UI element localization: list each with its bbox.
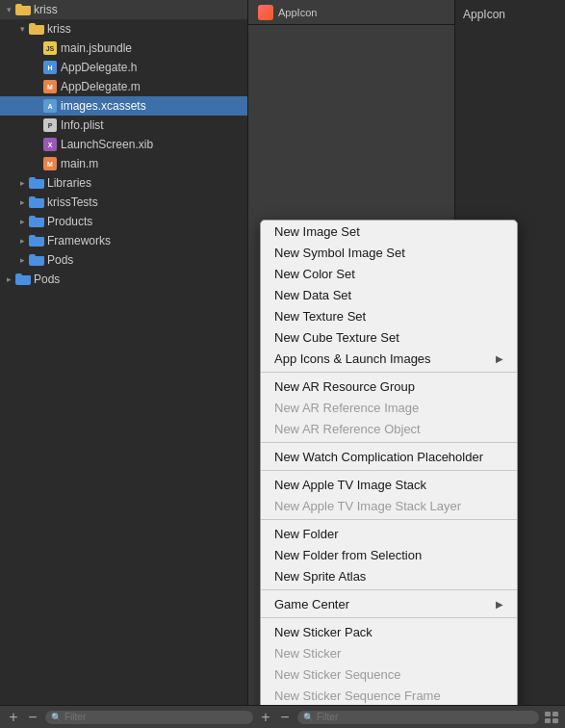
tree-item-main-jsbundle[interactable]: JS main.jsbundle: [0, 39, 247, 58]
expand-arrow: [15, 195, 29, 209]
menu-item-label: New AR Reference Object: [274, 422, 421, 436]
menu-item-new-sticker-pack[interactable]: New Sticker Pack: [261, 621, 517, 642]
tree-item-label: Pods: [47, 253, 247, 267]
tree-item-appdelegate-m[interactable]: M AppDelegate.m: [0, 77, 247, 96]
menu-item-new-watch-complication[interactable]: New Watch Complication Placeholder: [261, 446, 517, 467]
menu-item-new-color-set[interactable]: New Color Set: [261, 263, 517, 284]
tree-item-label: AppDelegate.m: [61, 80, 247, 93]
menu-item-new-cube-texture-set[interactable]: New Cube Texture Set: [261, 326, 517, 348]
expand-arrow: [15, 253, 29, 267]
menu-item-label: New Apple TV Image Stack Layer: [274, 499, 461, 513]
menu-separator-3: [261, 470, 517, 471]
menu-item-label: Game Center: [274, 597, 349, 611]
asset-header: AppIcon: [248, 0, 454, 25]
filter-input-right[interactable]: [317, 712, 533, 722]
filter-icon-left: 🔍: [51, 713, 62, 722]
tree-item-kriss-group[interactable]: kriss: [0, 19, 247, 39]
expand-arrow: [29, 99, 42, 113]
menu-item-label: New Sticker Sequence Frame: [274, 689, 441, 703]
menu-item-new-sticker-sequence-frame: New Sticker Sequence Frame: [261, 685, 517, 705]
menu-separator-4: [261, 519, 517, 520]
menu-item-new-sprite-atlas[interactable]: New Sprite Atlas: [261, 565, 517, 586]
filter-box-right[interactable]: 🔍: [296, 710, 540, 725]
tree-item-pods-item[interactable]: Pods: [0, 270, 247, 289]
expand-arrow: [29, 118, 42, 132]
menu-item-new-data-set[interactable]: New Data Set: [261, 284, 517, 305]
tree-item-products[interactable]: Products: [0, 212, 247, 231]
menu-item-new-image-set[interactable]: New Image Set: [261, 221, 517, 242]
tree-item-label: Info.plist: [61, 118, 247, 132]
bottom-bar-left: + − 🔍: [6, 710, 254, 725]
expand-arrow: [15, 215, 29, 228]
menu-item-new-sticker-sequence: New Sticker Sequence: [261, 663, 517, 685]
folder-icon: [15, 3, 31, 16]
svg-rect-3: [552, 718, 558, 723]
menu-item-new-symbol-image-set[interactable]: New Symbol Image Set: [261, 242, 517, 263]
folder-icon: [29, 253, 44, 267]
menu-item-new-ar-reference-image: New AR Reference Image: [261, 397, 517, 418]
add-button[interactable]: +: [6, 710, 21, 725]
tree-item-label: images.xcassets: [61, 99, 247, 113]
filter-input-left[interactable]: [64, 712, 247, 722]
expand-arrow: [15, 22, 29, 36]
expand-arrow: [15, 234, 29, 247]
tree-item-root-kriss[interactable]: kriss: [0, 0, 247, 19]
tree-item-launchscreen-xib[interactable]: X LaunchScreen.xib: [0, 135, 247, 154]
expand-arrow: [29, 41, 42, 55]
remove-button[interactable]: −: [25, 710, 40, 725]
tree-item-label: LaunchScreen.xib: [61, 138, 247, 151]
tree-item-label: main.jsbundle: [61, 41, 247, 55]
menu-item-new-texture-set[interactable]: New Texture Set: [261, 305, 517, 326]
menu-item-new-apple-tv-image-stack-layer: New Apple TV Image Stack Layer: [261, 495, 517, 516]
grid-view-button[interactable]: [544, 710, 559, 725]
tree-item-label: Frameworks: [47, 234, 247, 247]
folder-icon: [29, 215, 44, 228]
tree-item-label: main.m: [61, 157, 247, 170]
menu-item-label: New Folder: [274, 527, 338, 541]
menu-item-label: New AR Reference Image: [274, 401, 419, 415]
menu-separator-1: [261, 372, 517, 373]
tree-item-info-plist[interactable]: P Info.plist: [0, 116, 247, 135]
remove-asset-button[interactable]: −: [277, 710, 293, 725]
menu-separator-2: [261, 442, 517, 443]
menu-item-app-icons-launch-images[interactable]: App Icons & Launch Images ▶: [261, 348, 517, 369]
menu-item-label: New Sprite Atlas: [274, 569, 366, 584]
expand-arrow: [29, 157, 42, 170]
header-icon: H: [42, 61, 58, 74]
svg-rect-2: [545, 718, 551, 723]
xib-icon: X: [42, 138, 58, 151]
tree-item-appdelegate-h[interactable]: H AppDelegate.h: [0, 58, 247, 77]
menu-item-label: New AR Resource Group: [274, 379, 415, 394]
folder-icon: [29, 195, 44, 209]
context-menu: New Image Set New Symbol Image Set New C…: [260, 220, 518, 705]
tree-item-images-xcassets[interactable]: A images.xcassets: [0, 96, 247, 116]
menu-item-new-folder-from-selection[interactable]: New Folder from Selection: [261, 544, 517, 565]
folder-icon: [29, 234, 44, 247]
submenu-arrow-icon-2: ▶: [496, 599, 503, 610]
menu-item-label: New Folder from Selection: [274, 548, 422, 562]
xcassets-icon: A: [42, 99, 58, 113]
folder-icon: [15, 273, 31, 286]
tree-item-label: krissTests: [47, 195, 247, 209]
tree-item-main-m[interactable]: M main.m: [0, 154, 247, 173]
menu-item-label: New Symbol Image Set: [274, 246, 405, 260]
tree-item-krisstests[interactable]: krissTests: [0, 193, 247, 212]
plist-icon: P: [42, 118, 58, 132]
svg-rect-0: [545, 712, 551, 716]
inspector-title: AppIcon: [463, 8, 557, 21]
filter-box-left[interactable]: 🔍: [44, 710, 254, 725]
bottom-bar-right: + − 🔍: [258, 710, 559, 725]
tree-item-frameworks[interactable]: Frameworks: [0, 231, 247, 250]
menu-item-label: New Texture Set: [274, 309, 366, 324]
menu-item-new-ar-resource-group[interactable]: New AR Resource Group: [261, 376, 517, 397]
menu-item-new-apple-tv-image-stack[interactable]: New Apple TV Image Stack: [261, 474, 517, 495]
expand-arrow: [29, 61, 42, 74]
menu-item-new-sticker: New Sticker: [261, 642, 517, 663]
add-asset-button[interactable]: +: [258, 710, 273, 725]
tree-item-label: Libraries: [47, 176, 247, 190]
tree-item-pods-group[interactable]: Pods: [0, 250, 247, 270]
menu-item-new-folder[interactable]: New Folder: [261, 523, 517, 544]
menu-item-game-center[interactable]: Game Center ▶: [261, 593, 517, 614]
file-navigator[interactable]: kriss kriss JS main.jsbundle H AppDelega…: [0, 0, 248, 705]
tree-item-libraries[interactable]: Libraries: [0, 173, 247, 193]
